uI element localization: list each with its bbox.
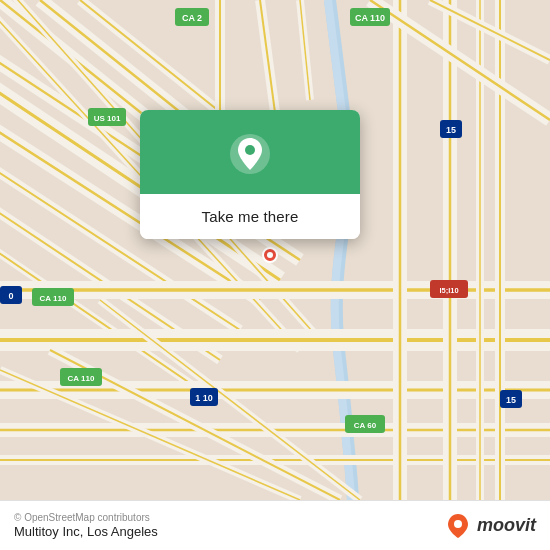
location-pin-icon bbox=[228, 132, 272, 176]
svg-text:I5;I10: I5;I10 bbox=[439, 286, 458, 295]
svg-text:US 101: US 101 bbox=[94, 114, 121, 123]
location-name: Multitoy Inc, Los Angeles bbox=[14, 524, 158, 539]
svg-text:15: 15 bbox=[446, 125, 456, 135]
svg-point-83 bbox=[454, 520, 462, 528]
popup-green-area bbox=[140, 110, 360, 194]
svg-text:CA 110: CA 110 bbox=[40, 294, 67, 303]
svg-point-82 bbox=[245, 145, 255, 155]
svg-point-80 bbox=[267, 252, 273, 258]
svg-text:CA 60: CA 60 bbox=[354, 421, 377, 430]
svg-text:15: 15 bbox=[506, 395, 516, 405]
take-me-there-button[interactable]: Take me there bbox=[140, 194, 360, 239]
svg-text:CA 110: CA 110 bbox=[355, 13, 385, 23]
svg-text:CA 2: CA 2 bbox=[182, 13, 202, 23]
moovit-text: moovit bbox=[477, 515, 536, 536]
svg-text:0: 0 bbox=[8, 291, 13, 301]
moovit-pin-icon bbox=[444, 512, 472, 540]
svg-text:1 10: 1 10 bbox=[195, 393, 213, 403]
map-svg: CA 2 US 101 CA 110 15 CA 110 CA 110 0 I5… bbox=[0, 0, 550, 500]
moovit-logo[interactable]: moovit bbox=[444, 512, 536, 540]
popup-card: Take me there bbox=[140, 110, 360, 239]
copyright-text: © OpenStreetMap contributors bbox=[14, 512, 158, 523]
map-container[interactable]: CA 2 US 101 CA 110 15 CA 110 CA 110 0 I5… bbox=[0, 0, 550, 500]
svg-text:CA 110: CA 110 bbox=[68, 374, 95, 383]
bottom-left: © OpenStreetMap contributors Multitoy In… bbox=[14, 512, 158, 539]
bottom-bar: © OpenStreetMap contributors Multitoy In… bbox=[0, 500, 550, 550]
